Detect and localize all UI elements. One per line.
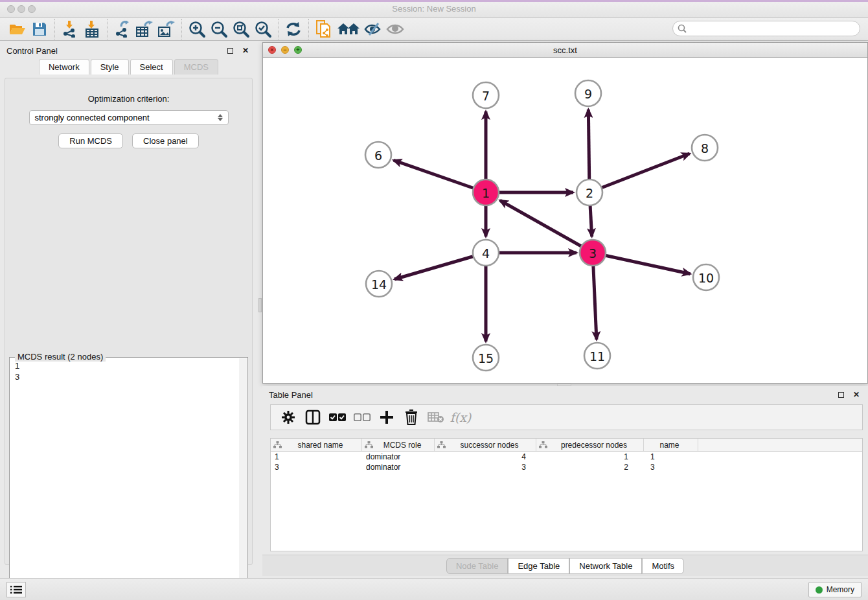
import-network-icon[interactable]	[59, 19, 81, 39]
table-cell[interactable]: 1	[536, 452, 644, 461]
node-label: 1	[482, 186, 490, 200]
delete-table-icon[interactable]	[425, 407, 447, 428]
network-close-icon[interactable]: ×	[268, 46, 276, 54]
refresh-layout-icon[interactable]	[282, 19, 304, 39]
node-label: 9	[584, 87, 592, 101]
zoom-fit-icon[interactable]	[230, 19, 252, 39]
table-cell[interactable]: 3	[271, 463, 362, 472]
toolbar-separator	[181, 19, 182, 40]
graph-edge-2-8[interactable]	[589, 154, 690, 192]
run-mcds-button[interactable]: Run MCDS	[58, 133, 123, 148]
tab-network-table[interactable]: Network Table	[569, 558, 642, 574]
task-history-icon[interactable]	[6, 582, 26, 597]
control-panel-title: Control Panel	[6, 46, 58, 56]
table-cell[interactable]: 2	[536, 463, 644, 472]
gear-icon[interactable]	[277, 407, 299, 428]
network-canvas[interactable]: 7968124314101511	[263, 58, 867, 383]
function-builder-icon[interactable]: f(x)	[450, 407, 472, 428]
export-network-icon[interactable]	[111, 19, 133, 39]
tab-motifs[interactable]: Motifs	[642, 558, 684, 574]
graph-node-2[interactable]: 2	[577, 179, 602, 205]
search-input[interactable]	[690, 24, 860, 33]
toolbar-separator	[54, 19, 55, 40]
column-header-successor-nodes[interactable]: successor nodes	[435, 439, 536, 451]
graph-node-8[interactable]: 8	[692, 135, 718, 161]
network-maximize-icon[interactable]: +	[294, 46, 302, 54]
tab-edge-table[interactable]: Edge Table	[508, 558, 569, 574]
open-folder-icon[interactable]	[6, 19, 29, 39]
table-cell[interactable]: dominator	[362, 452, 435, 461]
tab-select[interactable]: Select	[130, 59, 173, 75]
delete-icon[interactable]	[400, 407, 422, 428]
graph-edge-3-10[interactable]	[593, 253, 691, 274]
selected-option: strongly connected component	[35, 113, 218, 122]
column-header-name[interactable]: name	[644, 439, 698, 451]
table-cell[interactable]: 3	[435, 463, 536, 472]
table-cell[interactable]: 4	[435, 452, 536, 461]
table-cell[interactable]: 3	[644, 463, 698, 472]
memory-button[interactable]: Memory	[808, 582, 862, 597]
graph-node-3[interactable]: 3	[580, 240, 606, 266]
clone-network-icon[interactable]	[313, 19, 335, 39]
table-panel-title: Table Panel	[269, 390, 313, 400]
mcds-result-list[interactable]: 1 3	[11, 360, 238, 596]
graph-node-10[interactable]: 10	[693, 264, 719, 290]
float-panel-icon[interactable]	[836, 390, 846, 399]
tab-style[interactable]: Style	[91, 59, 129, 75]
select-all-checks-icon[interactable]	[326, 407, 348, 428]
split-columns-icon[interactable]	[302, 407, 324, 428]
hide-selected-icon[interactable]	[362, 19, 384, 39]
table-cell[interactable]: dominator	[362, 463, 435, 472]
export-image-icon[interactable]	[155, 19, 177, 39]
deselect-checks-icon[interactable]	[351, 407, 373, 428]
network-window-titlebar[interactable]: × − + scc.txt	[263, 43, 867, 58]
optimization-criterion-label: Optimization criterion:	[5, 94, 252, 104]
tab-network[interactable]: Network	[39, 59, 89, 75]
node-label: 3	[589, 246, 597, 260]
graph-node-1[interactable]: 1	[473, 179, 499, 205]
graph-node-15[interactable]: 15	[473, 345, 499, 371]
network-window-title: scc.txt	[553, 45, 577, 55]
graph-node-9[interactable]: 9	[575, 80, 601, 106]
zoom-in-icon[interactable]	[186, 19, 208, 39]
graph-edge-1-6[interactable]	[394, 160, 486, 192]
graph-node-4[interactable]: 4	[473, 240, 499, 266]
float-panel-icon[interactable]	[225, 46, 235, 55]
zoom-out-icon[interactable]	[208, 19, 230, 39]
tab-mcds[interactable]: MCDS	[174, 59, 218, 75]
column-header-predecessor-nodes[interactable]: predecessor nodes	[536, 439, 644, 451]
node-label: 15	[478, 351, 494, 365]
graph-node-11[interactable]: 11	[584, 343, 610, 369]
tab-node-table[interactable]: Node Table	[446, 558, 508, 574]
zoom-selected-icon[interactable]	[252, 19, 274, 39]
export-table-icon[interactable]	[133, 19, 155, 39]
import-table-icon[interactable]	[81, 19, 103, 39]
toolbar-separator	[278, 19, 279, 40]
optimization-criterion-select[interactable]: strongly connected component	[29, 110, 229, 125]
graph-node-6[interactable]: 6	[365, 142, 391, 168]
graph-node-7[interactable]: 7	[473, 82, 499, 108]
node-label: 11	[589, 349, 605, 363]
table-cell[interactable]: 1	[271, 452, 362, 461]
add-column-icon[interactable]	[376, 407, 398, 428]
home-icon[interactable]	[335, 19, 362, 39]
save-icon[interactable]	[29, 19, 51, 39]
network-minimize-icon[interactable]: −	[281, 46, 289, 54]
column-header-MCDS-role[interactable]: MCDS role	[362, 439, 435, 451]
graph-edge-3-1[interactable]	[500, 200, 593, 253]
table-cell[interactable]: 1	[644, 452, 698, 461]
table-row[interactable]: 1dominator411	[271, 452, 862, 462]
search-field[interactable]	[672, 21, 860, 36]
close-panel-icon[interactable]: ✕	[851, 390, 862, 399]
column-header-label: name	[644, 441, 698, 450]
result-scrollbar[interactable]	[239, 358, 247, 597]
close-panel-button[interactable]: Close panel	[132, 133, 199, 148]
vertical-splitter[interactable]	[258, 42, 262, 570]
column-header-shared-name[interactable]: shared name	[271, 439, 362, 451]
graph-edge-4-14[interactable]	[394, 253, 486, 279]
show-all-icon[interactable]	[384, 19, 406, 39]
table-row[interactable]: 3dominator323	[271, 462, 862, 472]
close-panel-icon[interactable]: ✕	[240, 46, 251, 55]
graph-node-14[interactable]: 14	[366, 271, 392, 297]
column-header-label: predecessor nodes	[547, 441, 643, 450]
